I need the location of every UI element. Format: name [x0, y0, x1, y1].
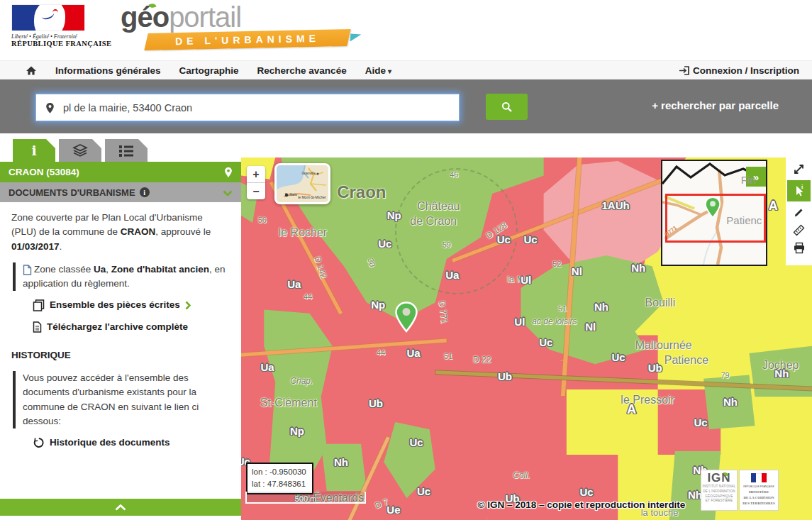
- nav-recherche-avancee[interactable]: Recherche avancée: [257, 65, 347, 76]
- tab-layers[interactable]: [59, 139, 101, 162]
- map-label: Np: [290, 424, 304, 436]
- chevron-down-icon: [223, 187, 233, 198]
- map-label: Nh: [631, 261, 645, 273]
- map-label: 44: [377, 348, 385, 357]
- fullscreen-button[interactable]: [793, 163, 805, 175]
- nav-aide-menu[interactable]: Aide▾: [365, 65, 391, 76]
- map-label: Uc: [417, 485, 430, 497]
- logo-banner: DE L'URBANISME: [144, 29, 350, 50]
- map-label: de Craon: [410, 215, 457, 228]
- ruler-icon: [792, 223, 806, 237]
- logo-subtitle: DE L'URBANISME: [146, 29, 349, 50]
- map-label: 79: [721, 371, 730, 380]
- historique-paragraph: Vous pouvez accéder à l'ensemble des doc…: [13, 371, 230, 428]
- latitude-value: lat : 47.848361: [252, 478, 306, 490]
- login-link[interactable]: Connexion / Inscription: [679, 65, 799, 76]
- map-pin-icon: [224, 167, 233, 178]
- documents-section-title: DOCUMENTS D'URBANISME: [9, 187, 135, 198]
- zoom-out-button[interactable]: −: [247, 183, 265, 199]
- map-canvas[interactable]: CraonChâteaude Craonle RocherSt-ClémentC…: [241, 157, 812, 520]
- layers-icon: [72, 144, 88, 157]
- map-label: D 22: [473, 355, 491, 365]
- map-label: Chap.: [290, 376, 313, 386]
- motto: Liberté • Égalité • Fraternité: [11, 33, 89, 40]
- zoom-in-button[interactable]: +: [247, 166, 265, 183]
- archive-download-link[interactable]: Téléchargez l'archive complète: [33, 320, 230, 334]
- search-button[interactable]: [486, 94, 528, 120]
- map-label: Ua: [260, 360, 274, 372]
- map-label: Ua: [445, 269, 459, 281]
- ministry-logo: RÉPUBLIQUE FRANÇAISE MINISTÈREDE LA COHÉ…: [739, 470, 779, 511]
- geoportail-logo: géoportail DE L'URBANISME: [121, 3, 376, 57]
- map-label: 52: [552, 260, 561, 268]
- logo-portail: portail: [169, 1, 241, 33]
- map-label: 51: [444, 352, 452, 360]
- chevron-up-icon: [115, 504, 126, 511]
- zoom-controls: + −: [247, 166, 265, 199]
- map-label: 56: [258, 216, 267, 224]
- inset-marker-icon: [704, 197, 721, 221]
- locate-commune-button[interactable]: [224, 166, 233, 177]
- measure-tool-button[interactable]: [792, 223, 806, 237]
- map-toolbar: i: [786, 157, 812, 265]
- nav-informations-generales[interactable]: Informations générales: [55, 65, 161, 76]
- svg-text:i: i: [801, 184, 803, 190]
- map-label: Ub: [369, 397, 383, 409]
- republique-francaise-logo: Liberté • Égalité • Fraternité RÉPUBLIQU…: [11, 4, 89, 48]
- search-by-parcel-link[interactable]: + rechercher par parcelle: [652, 99, 779, 111]
- historique-documents-link[interactable]: Historique des documents: [33, 436, 230, 450]
- map-label: Ua: [407, 346, 421, 358]
- map-label: Bouilli: [645, 297, 676, 309]
- expand-icon: [793, 163, 805, 175]
- tab-info[interactable]: i: [13, 139, 55, 162]
- map-label: Nh: [723, 395, 738, 407]
- basemap-switcher-thumbnail[interactable]: GranvilleSt-Malole Mont-St-Michel: [274, 163, 330, 204]
- documents-urbanisme-section-toggle[interactable]: DOCUMENTS D'URBANISME i: [0, 182, 241, 202]
- home-button[interactable]: [26, 65, 37, 76]
- copyright-notice: © IGN – 2018 – copie et reproduction int…: [450, 499, 713, 510]
- map-label: Nh: [774, 367, 789, 380]
- map-label: 59: [443, 240, 451, 249]
- map-label: Ub: [648, 361, 662, 373]
- header: Liberté • Égalité • Fraternité RÉPUBLIQU…: [0, 0, 812, 60]
- map-label: Uc: [694, 416, 707, 428]
- printer-icon: [793, 242, 806, 254]
- cursor-info-icon: i: [792, 184, 806, 198]
- location-pin-icon: [36, 101, 63, 114]
- map-label: Fin: [741, 174, 756, 186]
- french-flag-icon: [751, 473, 767, 482]
- map-label: Np: [387, 209, 401, 221]
- map-label: ac de loisirs: [532, 316, 577, 326]
- map-label: le Mont-St-Michel: [298, 195, 326, 199]
- map-label: Ub: [498, 370, 512, 382]
- map-label: Ul: [514, 315, 525, 327]
- commune-header: CRAON (53084): [0, 162, 241, 182]
- logo-geo: géo: [121, 1, 169, 33]
- pieces-ecrites-link[interactable]: Ensemble des pièces écrites: [33, 298, 230, 312]
- map-label: Ul: [521, 274, 531, 286]
- map-label: Patienc: [726, 214, 762, 226]
- info-icon: i: [31, 144, 36, 157]
- tab-legend-list[interactable]: [105, 139, 148, 162]
- history-icon: [33, 437, 45, 448]
- pages-icon: [33, 299, 45, 311]
- nav-cartographie[interactable]: Cartographie: [179, 65, 239, 76]
- map-label: St-Malo: [285, 192, 297, 197]
- map-label: Maltournée: [635, 339, 692, 352]
- map-label: Uc: [612, 351, 625, 363]
- map-label: Craon: [337, 182, 386, 202]
- overview-inset-map[interactable]: FinPatiencD771 »: [661, 160, 767, 266]
- info-pointer-tool-active[interactable]: i: [787, 180, 811, 201]
- map-label: Np: [371, 298, 385, 310]
- archive-file-icon: [33, 321, 42, 333]
- pencil-icon: [793, 206, 805, 218]
- panel-collapse-bar[interactable]: [0, 499, 241, 516]
- draw-tool-button[interactable]: [793, 206, 805, 218]
- print-button[interactable]: [793, 242, 806, 254]
- map-label: A: [627, 402, 636, 417]
- search-input[interactable]: [63, 102, 459, 114]
- commune-name: CRAON (53084): [9, 167, 79, 177]
- coordinates-readout: lon : -0.950030 lat : 47.848361: [246, 463, 313, 494]
- republic-title: RÉPUBLIQUE FRANÇAISE: [11, 40, 89, 48]
- geoportail-urbanisme-app: Liberté • Égalité • Fraternité RÉPUBLIQU…: [0, 0, 812, 520]
